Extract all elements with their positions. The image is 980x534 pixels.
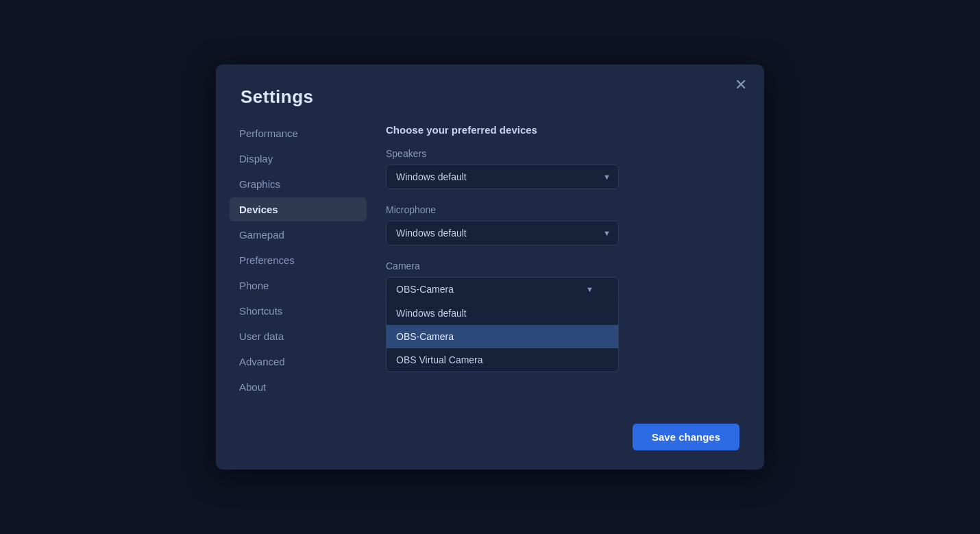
camera-chevron-icon: ▼: [586, 285, 593, 293]
camera-group: Camera OBS-Camera ▼ Windows default OBS-…: [386, 260, 739, 302]
sidebar-item-performance[interactable]: Performance: [230, 121, 367, 145]
speakers-group: Speakers Windows default Headphones Spea…: [386, 148, 739, 189]
section-title: Choose your preferred devices: [386, 124, 739, 136]
sidebar-item-display[interactable]: Display: [230, 147, 367, 171]
sidebar-item-user-data[interactable]: User data: [230, 324, 367, 348]
speakers-select[interactable]: Windows default Headphones Speakers: [386, 165, 619, 189]
microphone-group: Microphone Windows default Microphone (H…: [386, 204, 739, 245]
sidebar-item-about[interactable]: About: [230, 375, 367, 399]
sidebar-item-devices[interactable]: Devices: [230, 197, 367, 221]
settings-modal: ✕ Settings Performance Display Graphics …: [216, 64, 764, 470]
sidebar-item-preferences[interactable]: Preferences: [230, 248, 367, 272]
speakers-select-wrapper: Windows default Headphones Speakers ▼: [386, 165, 619, 189]
modal-footer: Save changes: [216, 413, 764, 470]
camera-select-wrapper: OBS-Camera ▼ Windows default OBS-Camera …: [386, 277, 619, 302]
sidebar-item-graphics[interactable]: Graphics: [230, 172, 367, 196]
close-button[interactable]: ✕: [730, 74, 752, 96]
microphone-select-wrapper: Windows default Microphone (HD Audio) De…: [386, 221, 619, 245]
sidebar-item-phone[interactable]: Phone: [230, 274, 367, 298]
modal-body: Performance Display Graphics Devices Gam…: [216, 121, 764, 413]
speakers-label: Speakers: [386, 148, 739, 159]
camera-label: Camera: [386, 260, 739, 271]
camera-option-obs-virtual[interactable]: OBS Virtual Camera: [387, 348, 618, 372]
camera-selected-value: OBS-Camera: [396, 284, 454, 295]
camera-dropdown-list: Windows default OBS-Camera OBS Virtual C…: [386, 302, 619, 372]
sidebar-item-shortcuts[interactable]: Shortcuts: [230, 299, 367, 323]
sidebar-item-gamepad[interactable]: Gamepad: [230, 223, 367, 247]
microphone-label: Microphone: [386, 204, 739, 215]
camera-select-display[interactable]: OBS-Camera ▼: [386, 277, 619, 302]
modal-title: Settings: [216, 64, 764, 121]
camera-option-windows-default[interactable]: Windows default: [387, 302, 618, 325]
sidebar-item-advanced[interactable]: Advanced: [230, 350, 367, 374]
microphone-select[interactable]: Windows default Microphone (HD Audio) De…: [386, 221, 619, 245]
sidebar: Performance Display Graphics Devices Gam…: [216, 121, 367, 413]
save-changes-button[interactable]: Save changes: [633, 424, 739, 450]
content-area: Choose your preferred devices Speakers W…: [367, 121, 764, 413]
camera-option-obs-camera[interactable]: OBS-Camera: [387, 325, 618, 348]
modal-overlay: ✕ Settings Performance Display Graphics …: [0, 0, 980, 534]
